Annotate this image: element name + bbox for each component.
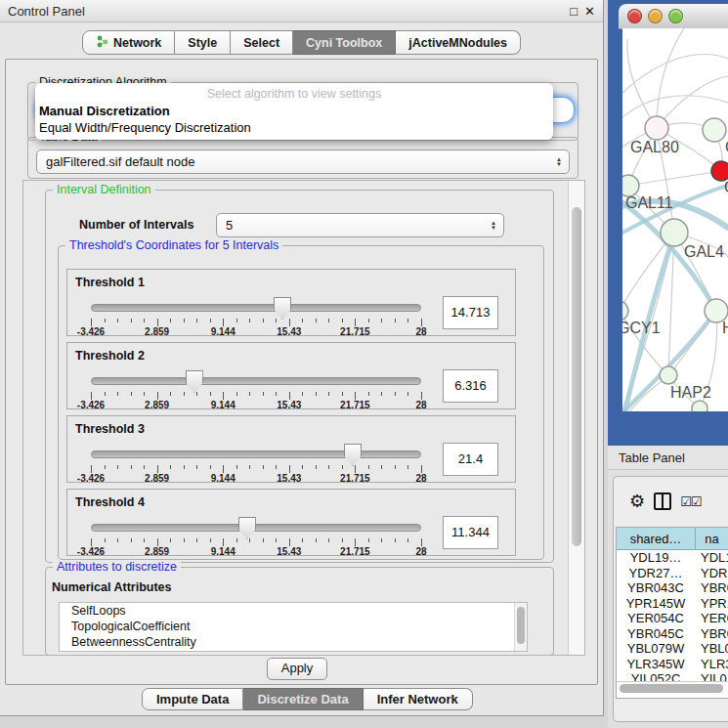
tab-jactivemnodules[interactable]: jActiveMNodules: [396, 30, 521, 55]
network-window-titlebar[interactable]: [619, 4, 728, 29]
network-canvas[interactable]: GAL80GACGAL11GAL4GCY1HHAP2: [622, 28, 728, 411]
panel-title: Control Panel: [0, 4, 85, 19]
threshold-label: Threshold 2: [75, 349, 145, 363]
dropdown-item-manual-discretization[interactable]: Manual Discretization: [35, 103, 553, 119]
slider-handle[interactable]: [274, 297, 291, 320]
dropdown-prompt: Select algorithm to view settings: [35, 83, 553, 103]
table-row[interactable]: YDR27…YDR2: [617, 566, 728, 581]
apply-button[interactable]: Apply: [267, 658, 327, 680]
column-header-name[interactable]: na: [696, 528, 728, 549]
split-view-icon[interactable]: [654, 492, 671, 510]
slider-tick-labels: -3.4262.8599.14415.4321.71528: [91, 546, 421, 556]
network-node[interactable]: [661, 219, 688, 246]
threshold-value-field[interactable]: 21.4: [443, 443, 498, 476]
numerical-attributes-list: SelfLoopsTopologicalCoefficientBetweenne…: [59, 602, 528, 652]
checkbox-icons[interactable]: ☑☑: [680, 495, 701, 508]
slider-tick-labels: -3.4262.8599.14415.4321.71528: [91, 400, 421, 409]
threshold-2-panel: Threshold 2 -3.4262.8599.14415.4321.7152…: [66, 342, 516, 409]
cyni-toolbox-panel: Discretization Algorithm Select algorith…: [5, 59, 598, 685]
numerical-attributes-label: Numerical Attributes: [52, 580, 171, 594]
threshold-label: Threshold 4: [75, 495, 145, 509]
table-data-combobox[interactable]: galFiltered.sif default node ▲▼: [36, 150, 570, 174]
table-panel-titlebar: Table Panel: [608, 446, 728, 470]
float-window-icon[interactable]: □: [570, 5, 578, 18]
control-panel-tabs: Network Style Select Cyni Toolbox jActiv…: [82, 30, 521, 55]
attributes-group: Attributes to discretize Numerical Attri…: [45, 567, 554, 656]
table-horizontal-scrollbar[interactable]: [617, 681, 728, 696]
tab-network[interactable]: Network: [82, 30, 175, 55]
tab-impute-data[interactable]: Impute Data: [142, 688, 243, 710]
network-node[interactable]: [711, 161, 728, 181]
tab-label: Cyni Toolbox: [306, 36, 382, 50]
tab-select[interactable]: Select: [231, 30, 293, 55]
settings-scrollbar[interactable]: [568, 181, 584, 655]
table-data-group: Table Data galFiltered.sif default node …: [27, 137, 578, 179]
column-header-shared[interactable]: shared…: [617, 528, 696, 549]
group-label: Interval Definition: [53, 183, 155, 196]
table-header-row: shared… na: [617, 528, 728, 550]
table-row[interactable]: YER054CYER0: [617, 611, 728, 626]
group-label: Attributes to discretize: [53, 560, 181, 574]
table-row[interactable]: YBR045CYBR0: [617, 626, 728, 642]
slider-track[interactable]: [91, 524, 421, 532]
settings-scroll-area: Interval Definition Number of Intervals …: [22, 180, 585, 656]
list-item[interactable]: BetweennessCentrality: [60, 634, 527, 650]
threshold-value-field[interactable]: 14.713: [443, 296, 498, 329]
slider-track[interactable]: [91, 450, 421, 458]
control-panel-window: Control Panel □ ✕ Network Style Select C…: [0, 0, 604, 716]
slider-handle[interactable]: [344, 444, 362, 466]
network-node[interactable]: [645, 116, 668, 140]
table-row[interactable]: YBR043CYBR0: [617, 580, 728, 596]
network-node[interactable]: [622, 175, 639, 196]
list-item[interactable]: SelfLoops: [60, 603, 527, 619]
list-item[interactable]: TopologicalCoefficient: [60, 619, 527, 634]
tab-label: jActiveMNodules: [408, 36, 507, 50]
gear-icon[interactable]: ⚙: [629, 492, 645, 510]
threshold-1-slider: -3.4262.8599.14415.4321.71528: [91, 297, 421, 334]
threshold-value-field[interactable]: 6.316: [443, 369, 498, 403]
minimize-traffic-light-icon[interactable]: [648, 9, 663, 23]
table-row[interactable]: YBL079WYBL0: [617, 641, 728, 657]
network-node[interactable]: [692, 401, 707, 411]
algorithm-dropdown-popup: Select algorithm to view settings Manual…: [35, 83, 553, 140]
slider-ticks: [91, 465, 421, 473]
tab-label: Network: [113, 36, 161, 50]
combobox-arrows-icon: ▲▼: [491, 214, 496, 236]
tab-infer-network[interactable]: Infer Network: [364, 688, 473, 710]
threshold-value-field[interactable]: 11.344: [443, 516, 498, 549]
tab-label: Select: [243, 36, 279, 50]
tab-cyni-toolbox[interactable]: Cyni Toolbox: [293, 30, 396, 55]
interval-definition-group: Interval Definition Number of Intervals …: [45, 190, 554, 563]
network-node[interactable]: [622, 301, 628, 321]
number-of-intervals-combobox[interactable]: 5 ▲▼: [216, 213, 504, 237]
slider-handle[interactable]: [238, 517, 256, 539]
slider-track[interactable]: [91, 377, 421, 385]
network-node[interactable]: [703, 118, 726, 142]
table-row[interactable]: YLR345WYLR3: [617, 657, 728, 672]
network-icon: [96, 35, 108, 51]
close-icon[interactable]: ✕: [584, 5, 595, 18]
tab-discretize-data[interactable]: Discretize Data: [243, 688, 363, 710]
node-label: GAL11: [625, 194, 673, 211]
close-traffic-light-icon[interactable]: [627, 9, 642, 23]
tab-style[interactable]: Style: [175, 30, 231, 55]
network-node[interactable]: [660, 366, 677, 384]
threshold-4-panel: Threshold 4 -3.4262.8599.14415.4321.7152…: [66, 489, 516, 556]
zoom-traffic-light-icon[interactable]: [668, 9, 683, 23]
slider-ticks: [91, 319, 421, 326]
table-body: YDL19…YDL1YDR27…YDR2YBR043CYBR0YPR145WYP…: [617, 550, 728, 687]
table-panel-title: Table Panel: [619, 450, 685, 465]
group-label: Threshold's Coordinates for 5 Intervals: [65, 238, 282, 252]
dropdown-item-equal-width-frequency[interactable]: Equal Width/Frequency Discretization: [35, 119, 553, 136]
slider-handle[interactable]: [186, 370, 203, 393]
table-row[interactable]: YDL19…YDL1: [617, 550, 728, 566]
table-row[interactable]: YPR145WYPR1: [617, 596, 728, 612]
network-view-window: GAL80GACGAL11GAL4GCY1HHAP2: [608, 0, 728, 446]
control-panel-titlebar: Control Panel □ ✕: [0, 0, 603, 22]
slider-track[interactable]: [91, 304, 421, 312]
threshold-3-panel: Threshold 3 -3.4262.8599.14415.4321.7152…: [66, 415, 516, 483]
list-scrollbar[interactable]: [514, 603, 527, 651]
slider-ticks: [91, 538, 421, 546]
slider-tick-labels: -3.4262.8599.14415.4321.71528: [91, 326, 421, 336]
number-of-intervals-label: Number of Intervals: [79, 218, 193, 232]
